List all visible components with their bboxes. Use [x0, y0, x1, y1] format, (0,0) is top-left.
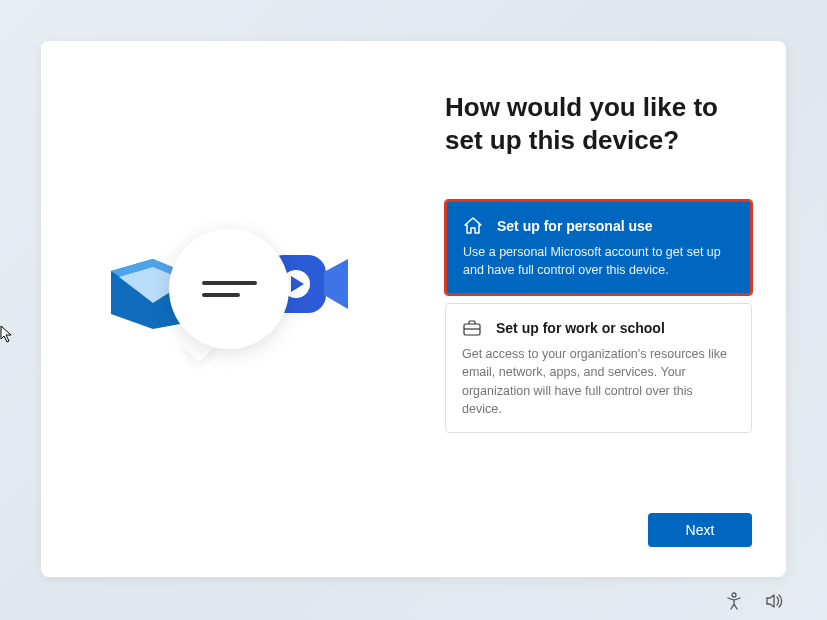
page-title: How would you like to set up this device…: [445, 91, 752, 156]
home-icon: [463, 216, 483, 236]
illustration-pane: [41, 41, 441, 577]
chat-line: [202, 293, 240, 297]
option-description: Get access to your organization's resour…: [462, 345, 735, 418]
svg-point-7: [732, 593, 736, 597]
option-header: Set up for personal use: [463, 216, 734, 236]
next-button[interactable]: Next: [648, 513, 752, 547]
option-title: Set up for personal use: [497, 218, 653, 234]
chat-bubble-icon: [169, 229, 289, 349]
setup-card: How would you like to set up this device…: [41, 41, 786, 577]
option-title: Set up for work or school: [496, 320, 665, 336]
mouse-cursor: [0, 325, 14, 343]
taskbar-icons: [725, 592, 783, 610]
volume-icon[interactable]: [765, 592, 783, 610]
option-header: Set up for work or school: [462, 318, 735, 338]
accessibility-icon[interactable]: [725, 592, 743, 610]
option-personal-use[interactable]: Set up for personal use Use a personal M…: [445, 200, 752, 295]
illustration-graphic: [111, 229, 371, 389]
briefcase-icon: [462, 318, 482, 338]
content-pane: How would you like to set up this device…: [441, 41, 786, 577]
chat-line: [202, 281, 257, 285]
option-description: Use a personal Microsoft account to get …: [463, 243, 734, 279]
option-work-school[interactable]: Set up for work or school Get access to …: [445, 303, 752, 433]
